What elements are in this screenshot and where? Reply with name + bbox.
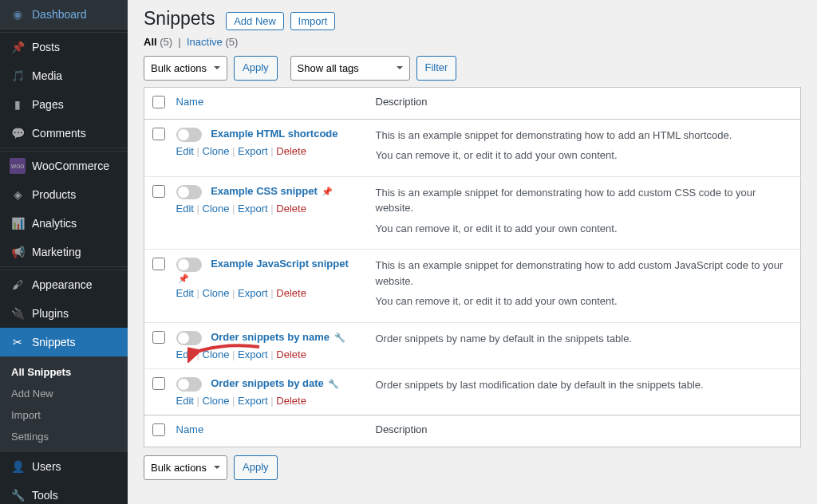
row-checkbox[interactable] xyxy=(152,185,165,198)
activate-toggle[interactable] xyxy=(176,258,202,272)
media-icon: 🎵 xyxy=(10,68,26,84)
megaphone-icon: 📢 xyxy=(10,244,26,260)
page-icon: ▮ xyxy=(10,96,26,112)
delete-link[interactable]: Delete xyxy=(276,395,306,407)
col-description: Description xyxy=(368,87,801,119)
clone-link[interactable]: Clone xyxy=(203,145,230,157)
pin-icon: 📌 xyxy=(178,274,189,283)
menu-pages[interactable]: ▮Pages xyxy=(0,90,128,119)
submenu-import[interactable]: Import xyxy=(0,404,128,426)
row-checkbox[interactable] xyxy=(152,377,165,390)
pin-icon: 📌 xyxy=(10,39,26,55)
menu-dashboard[interactable]: ◉Dashboard xyxy=(0,0,128,29)
table-row: Example HTML shortcode Edit | Clone | Ex… xyxy=(144,119,801,176)
snippet-title-link[interactable]: Order snippets by name xyxy=(211,331,330,343)
export-link[interactable]: Export xyxy=(238,395,268,407)
status-filters: All (5) | Inactive (5) xyxy=(144,36,801,48)
export-link[interactable]: Export xyxy=(238,348,268,360)
delete-link[interactable]: Delete xyxy=(276,348,306,360)
snippet-title-link[interactable]: Example CSS snippet xyxy=(211,185,318,197)
tablenav-top: Bulk actions Apply Show all tags Filter xyxy=(144,56,801,81)
activate-toggle[interactable] xyxy=(176,128,202,142)
submenu-all-snippets[interactable]: All Snippets xyxy=(0,361,128,383)
menu-label: Appearance xyxy=(32,278,93,291)
edit-link[interactable]: Edit xyxy=(176,287,194,299)
menu-media[interactable]: 🎵Media xyxy=(0,61,128,90)
snippet-description: This is an example snippet for demonstra… xyxy=(376,258,793,289)
edit-link[interactable]: Edit xyxy=(176,348,194,360)
menu-snippets[interactable]: ✂Snippets xyxy=(0,328,128,356)
snippet-description: This is an example snippet for demonstra… xyxy=(376,128,793,144)
apply-button-bottom[interactable]: Apply xyxy=(234,455,278,480)
edit-link[interactable]: Edit xyxy=(176,395,194,407)
plugin-icon: 🔌 xyxy=(10,305,26,321)
delete-link[interactable]: Delete xyxy=(276,287,306,299)
export-link[interactable]: Export xyxy=(238,203,268,215)
clone-link[interactable]: Clone xyxy=(203,287,230,299)
activate-toggle[interactable] xyxy=(176,377,202,392)
menu-comments[interactable]: 💬Comments xyxy=(0,119,128,148)
clone-link[interactable]: Clone xyxy=(203,203,230,215)
analytics-icon: 📊 xyxy=(10,215,26,231)
snippet-title-link[interactable]: Example JavaScript snippet xyxy=(211,258,349,270)
users-icon: 👤 xyxy=(10,459,26,474)
col-name[interactable]: Name xyxy=(168,87,368,119)
menu-woocommerce[interactable]: wooWooCommerce xyxy=(0,152,128,180)
tags-select[interactable]: Show all tags xyxy=(290,56,410,81)
filter-inactive[interactable]: Inactive xyxy=(187,36,223,48)
activate-toggle[interactable] xyxy=(176,331,202,345)
wrench-icon: 🔧 xyxy=(334,333,345,342)
snippet-description: You can remove it, or edit it to add you… xyxy=(376,293,793,309)
clone-link[interactable]: Clone xyxy=(203,348,230,360)
pin-icon: 📌 xyxy=(322,187,333,196)
menu-marketing[interactable]: 📢Marketing xyxy=(0,238,128,266)
bulk-actions-select-bottom[interactable]: Bulk actions xyxy=(144,455,227,480)
row-checkbox[interactable] xyxy=(152,258,165,270)
row-checkbox[interactable] xyxy=(152,128,165,140)
snippet-title-link[interactable]: Example HTML shortcode xyxy=(211,128,337,140)
table-row: Order snippets by name 🔧 Edit | Clone | … xyxy=(144,322,801,368)
filter-all[interactable]: All xyxy=(144,36,157,48)
scissors-icon: ✂ xyxy=(10,334,26,350)
clone-link[interactable]: Clone xyxy=(203,395,230,407)
edit-link[interactable]: Edit xyxy=(176,145,194,157)
filter-button[interactable]: Filter xyxy=(416,56,457,81)
main-content: Snippets Add New Import All (5) | Inacti… xyxy=(128,0,817,504)
snippet-description: You can remove it, or edit it to add you… xyxy=(376,221,793,237)
apply-button[interactable]: Apply xyxy=(234,56,278,81)
export-link[interactable]: Export xyxy=(238,287,268,299)
admin-sidebar: ◉Dashboard 📌Posts 🎵Media ▮Pages 💬Comment… xyxy=(0,0,128,504)
select-all-checkbox[interactable] xyxy=(152,96,165,108)
menu-label: WooCommerce xyxy=(32,159,109,172)
submenu-settings[interactable]: Settings xyxy=(0,426,128,447)
submenu-add-new[interactable]: Add New xyxy=(0,383,128,404)
menu-tools[interactable]: 🔧Tools xyxy=(0,481,128,504)
bulk-actions-select[interactable]: Bulk actions xyxy=(144,56,227,81)
edit-link[interactable]: Edit xyxy=(176,203,194,215)
snippet-description: You can remove it, or edit it to add you… xyxy=(376,148,793,163)
menu-products[interactable]: ◈Products xyxy=(0,180,128,209)
delete-link[interactable]: Delete xyxy=(276,203,306,215)
activate-toggle[interactable] xyxy=(176,185,202,199)
menu-label: Dashboard xyxy=(32,8,87,21)
export-link[interactable]: Export xyxy=(238,145,268,157)
row-checkbox[interactable] xyxy=(152,331,165,344)
delete-link[interactable]: Delete xyxy=(276,145,306,157)
brush-icon: 🖌 xyxy=(10,277,26,293)
col-description-footer: Description xyxy=(368,415,801,447)
import-button[interactable]: Import xyxy=(290,12,336,30)
table-row: Order snippets by date 🔧 Edit | Clone | … xyxy=(144,368,801,415)
add-new-button[interactable]: Add New xyxy=(226,12,284,30)
select-all-checkbox-bottom[interactable] xyxy=(152,423,165,436)
snippets-submenu: All Snippets Add New Import Settings xyxy=(0,356,128,452)
menu-posts[interactable]: 📌Posts xyxy=(0,33,128,61)
menu-appearance[interactable]: 🖌Appearance xyxy=(0,270,128,299)
menu-label: Marketing xyxy=(32,246,81,258)
col-name-footer[interactable]: Name xyxy=(168,415,368,447)
menu-label: Media xyxy=(32,69,62,82)
menu-analytics[interactable]: 📊Analytics xyxy=(0,209,128,238)
menu-plugins[interactable]: 🔌Plugins xyxy=(0,299,128,328)
snippet-title-link[interactable]: Order snippets by date xyxy=(211,377,324,389)
menu-users[interactable]: 👤Users xyxy=(0,452,128,481)
menu-label: Comments xyxy=(32,127,86,140)
